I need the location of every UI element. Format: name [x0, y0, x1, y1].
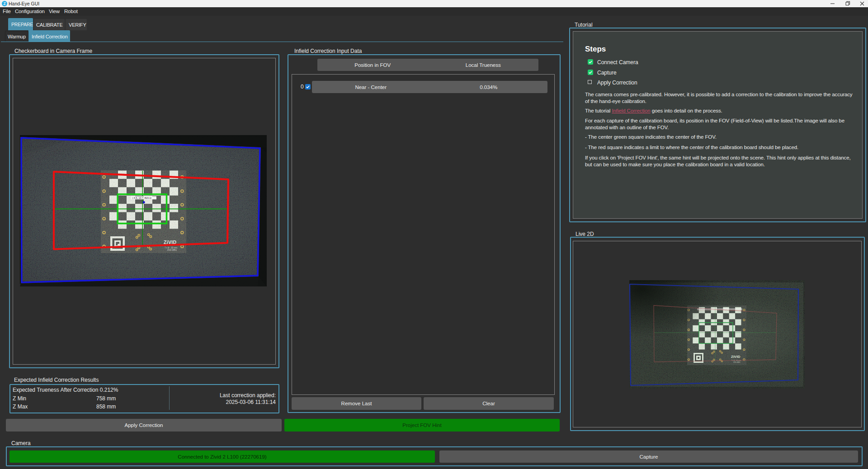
svg-text:Z: Z	[3, 1, 5, 6]
svg-text:| 4.6, 13.7, 823.1|: | 4.6, 13.7, 823.1|	[132, 197, 151, 199]
